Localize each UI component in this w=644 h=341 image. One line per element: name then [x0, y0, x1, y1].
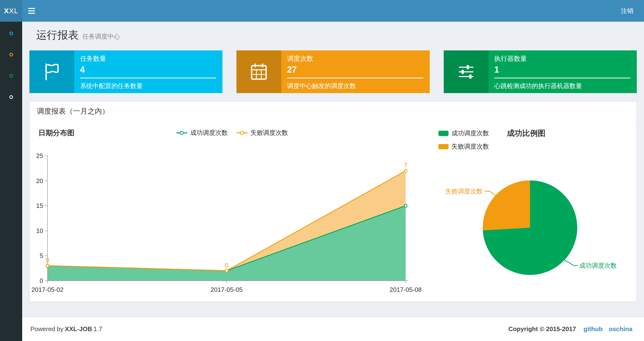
main-area: 运行报表任务调度中心 任务数量 4 系统中配置的任务数量	[22, 22, 644, 341]
legend-label: 成功调度次数	[190, 129, 228, 137]
success-ratio-chart: 成功调度次数 失败调度次数 成功比例图 失败调度次数 成功调度次数	[434, 121, 636, 302]
powered-by-text: Powered byXXL-JOB1.7	[30, 325, 102, 333]
report-panel: 调度报表（一月之内） 日期分布图 成功调度次数失败调度次数 0510152025…	[30, 101, 637, 302]
info-box-value: 1	[494, 65, 630, 75]
info-box-description: 心跳检测成功的执行器机器数量	[494, 82, 630, 90]
legend-item[interactable]: 成功调度次数	[176, 129, 228, 137]
sidebar-item-3[interactable]	[0, 65, 22, 86]
circle-icon	[10, 53, 13, 57]
chart-title: 成功比例图	[507, 128, 546, 139]
info-box-progress	[494, 78, 630, 78]
logout-link[interactable]: 注销	[610, 0, 644, 22]
content: 运行报表任务调度中心 任务数量 4 系统中配置的任务数量	[22, 22, 644, 317]
pie-graphic[interactable]	[483, 180, 577, 275]
line-chart-legend: 成功调度次数失败调度次数	[30, 129, 434, 137]
page-header: 运行报表任务调度中心	[30, 22, 637, 50]
info-box-value: 27	[287, 65, 423, 75]
svg-text:2017-05-08: 2017-05-08	[390, 286, 422, 293]
svg-text:25: 25	[36, 152, 43, 159]
svg-text:5: 5	[40, 252, 43, 259]
sidebar-item-4[interactable]	[0, 86, 22, 108]
info-box-title: 执行器数量	[494, 54, 630, 63]
info-box-description: 调度中心触发的调度次数	[287, 82, 423, 90]
github-link[interactable]: github	[584, 325, 602, 332]
pie-chart-legend: 成功调度次数 失败调度次数	[438, 129, 489, 156]
legend-item-success[interactable]: 成功调度次数	[438, 129, 489, 137]
circle-icon	[10, 32, 13, 35]
legend-label: 成功调度次数	[452, 129, 489, 137]
page-subtitle: 任务调度中心	[82, 33, 120, 40]
legend-label: 失败调度次数	[452, 142, 489, 151]
legend-line-marker-icon	[176, 132, 187, 133]
legend-swatch	[438, 144, 448, 149]
app-logo-bold: X	[4, 7, 9, 15]
oschina-link[interactable]: oschina	[609, 325, 632, 332]
svg-text:0: 0	[225, 262, 228, 269]
panel-title: 调度报表（一月之内）	[30, 102, 636, 121]
svg-text:2017-05-02: 2017-05-02	[32, 286, 64, 293]
pie-label-fail: 失败调度次数	[445, 188, 483, 195]
sidebar-item-1[interactable]	[0, 23, 22, 44]
sliders-icon	[444, 50, 488, 93]
legend-line-marker-icon	[236, 132, 248, 133]
legend-label: 失败调度次数	[250, 129, 288, 137]
legend-item[interactable]: 失败调度次数	[236, 129, 288, 137]
svg-text:10: 10	[36, 227, 43, 234]
page-title: 运行报表	[36, 29, 78, 41]
app-logo-rest: XL	[9, 7, 18, 15]
pie-label-success: 成功调度次数	[579, 262, 617, 269]
circle-icon	[10, 74, 13, 78]
legend-swatch	[438, 131, 448, 136]
svg-text:7: 7	[404, 162, 407, 169]
info-box-task-count: 任务数量 4 系统中配置的任务数量	[30, 50, 222, 93]
info-box-progress	[80, 78, 216, 78]
date-distribution-chart: 日期分布图 成功调度次数失败调度次数 05101520252017-05-022…	[30, 121, 434, 302]
info-box-title: 任务数量	[80, 54, 216, 63]
svg-text:15: 15	[36, 202, 43, 209]
info-box-progress	[287, 78, 423, 78]
svg-text:2017-05-05: 2017-05-05	[211, 286, 243, 293]
hamburger-icon	[28, 8, 35, 9]
sidebar-item-2[interactable]	[0, 44, 22, 65]
sidebar-toggle-button[interactable]	[22, 0, 41, 22]
legend-item-fail[interactable]: 失败调度次数	[438, 142, 489, 151]
line-chart-canvas[interactable]: 05101520252017-05-022017-05-052017-05-08…	[30, 143, 434, 302]
top-navbar: XXL 注销	[0, 0, 644, 22]
sidebar	[0, 22, 22, 341]
info-box-value: 4	[80, 65, 216, 75]
info-box-title: 调度次数	[287, 54, 423, 63]
flag-icon	[30, 50, 74, 93]
info-box-executor-count: 执行器数量 1 心跳检测成功的执行器机器数量	[444, 50, 637, 93]
info-box-row: 任务数量 4 系统中配置的任务数量	[30, 50, 637, 93]
circle-icon	[10, 95, 13, 99]
info-box-trigger-count: 调度次数 27 调度中心触发的调度次数	[236, 50, 430, 93]
svg-text:20: 20	[36, 177, 43, 184]
calendar-icon	[236, 50, 281, 93]
svg-text:0: 0	[40, 277, 43, 284]
info-box-description: 系统中配置的任务数量	[80, 82, 216, 90]
footer: Powered byXXL-JOB1.7 Copyright © 2015-20…	[22, 317, 644, 341]
app-logo[interactable]: XXL	[0, 0, 22, 22]
copyright-text: Copyright © 2015-2017	[508, 325, 576, 332]
svg-text:0: 0	[46, 257, 49, 264]
